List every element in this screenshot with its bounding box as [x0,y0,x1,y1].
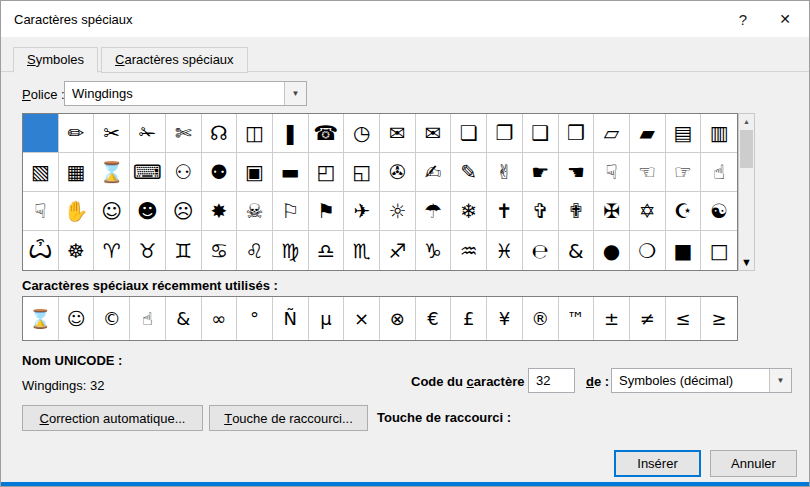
symbol-cell[interactable]: ♌ [237,231,273,270]
symbol-cell[interactable]: ✸ [202,192,238,231]
recent-symbol-cell[interactable]: ™ [559,297,595,340]
recent-symbol-cell[interactable]: ≥ [701,297,737,340]
recent-symbol-cell[interactable]: ≠ [630,297,666,340]
recent-symbol-cell[interactable]: ☺ [59,297,95,340]
symbol-cell[interactable]: ☻ [130,192,166,231]
recent-symbol-cell[interactable]: © [94,297,130,340]
symbol-cell[interactable]: ✈ [344,192,380,231]
recent-symbol-cell[interactable]: € [416,297,452,340]
symbol-cell[interactable]: ☛ [523,153,559,192]
symbol-cell[interactable]: Ѽ [23,231,59,270]
symbol-cell[interactable]: ✞ [523,192,559,231]
shortcut-key-button[interactable]: Touche de raccourci... [209,405,368,431]
recent-symbol-cell[interactable]: Ñ [273,297,309,340]
symbol-cell[interactable]: ◷ [344,114,380,153]
symbol-cell[interactable]: ☟ [23,192,59,231]
scrollbar-thumb[interactable] [740,130,753,168]
symbol-cell[interactable]: ♏ [344,231,380,270]
symbol-cell[interactable] [23,114,59,153]
symbol-cell[interactable]: ▣ [237,153,273,192]
chevron-down-icon[interactable]: ▼ [284,82,306,105]
symbol-cell[interactable]: ▦ [59,153,95,192]
symbol-cell[interactable]: ☪ [666,192,702,231]
symbol-grid-scrollbar[interactable]: ▲ ▼ [738,113,755,271]
help-button[interactable]: ? [723,3,763,35]
symbol-cell[interactable]: ✟ [559,192,595,231]
symbol-cell[interactable]: ▤ [666,114,702,153]
symbol-cell[interactable]: ▰ [630,114,666,153]
symbol-cell[interactable]: ☚ [559,153,595,192]
symbol-cell[interactable]: ◱ [344,153,380,192]
symbol-cell[interactable]: ☼ [380,192,416,231]
symbol-cell[interactable]: ✉ [380,114,416,153]
chevron-down-icon[interactable]: ▼ [769,369,791,392]
symbol-cell[interactable]: ⌨ [130,153,166,192]
symbol-cell[interactable]: ☜ [630,153,666,192]
symbol-cell[interactable]: ♉ [130,231,166,270]
char-code-input[interactable] [528,368,575,393]
recent-symbol-cell[interactable]: ≤ [666,297,702,340]
symbol-cell[interactable]: ℮ [523,231,559,270]
scroll-down-icon[interactable]: ▼ [739,254,754,270]
close-button[interactable]: ✕ [765,3,805,35]
symbol-cell[interactable]: ◫ [237,114,273,153]
recent-symbol-cell[interactable]: ∞ [202,297,238,340]
symbol-cell[interactable]: ✄ [166,114,202,153]
symbol-cell[interactable]: ❑ [523,114,559,153]
symbol-cell[interactable]: ✎ [451,153,487,192]
symbol-cell[interactable]: ⌛ [94,153,130,192]
recent-symbol-cell[interactable]: ± [594,297,630,340]
symbol-cell[interactable]: ♋ [202,231,238,270]
symbol-cell[interactable]: ❚ [273,114,309,153]
recent-symbol-cell[interactable]: ☝ [130,297,166,340]
tab-symbols[interactable]: Symboles [13,47,98,73]
encoding-select[interactable]: Symboles (décimal) ▼ [611,368,792,393]
symbol-cell[interactable]: ✠ [594,192,630,231]
cancel-button[interactable]: Annuler [710,450,797,477]
symbol-cell[interactable]: ⚇ [166,153,202,192]
tab-special-characters[interactable]: Caractères spéciaux [101,47,248,73]
symbol-cell[interactable]: ☝ [701,153,737,192]
symbol-cell[interactable]: ✝ [487,192,523,231]
symbol-cell[interactable]: ✌ [487,153,523,192]
symbol-cell[interactable]: ✍ [416,153,452,192]
symbol-cell[interactable]: ⚉ [202,153,238,192]
recent-symbol-cell[interactable]: ° [237,297,273,340]
recent-symbol-cell[interactable]: ⊗ [380,297,416,340]
symbol-cell[interactable]: ■ [666,231,702,270]
symbol-cell[interactable]: ♑ [416,231,452,270]
symbol-cell[interactable]: ❏ [451,114,487,153]
symbol-cell[interactable]: ✁ [130,114,166,153]
symbol-cell[interactable]: ▥ [701,114,737,153]
symbol-cell[interactable]: ♒ [451,231,487,270]
symbol-cell[interactable]: ♈ [94,231,130,270]
symbol-cell[interactable]: ☯ [701,192,737,231]
scroll-up-icon[interactable]: ▲ [739,114,754,129]
font-select[interactable]: Wingdings ▼ [64,81,307,106]
symbol-cell[interactable]: ♊ [166,231,202,270]
symbol-cell[interactable]: □ [701,231,737,270]
symbol-cell[interactable]: ♍ [273,231,309,270]
symbol-cell[interactable]: ♎ [309,231,345,270]
symbol-cell[interactable]: ✇ [380,153,416,192]
recent-symbol-cell[interactable]: µ [309,297,345,340]
symbol-cell[interactable]: ☠ [237,192,273,231]
symbol-cell[interactable]: ✡ [630,192,666,231]
symbol-cell[interactable]: ❐ [487,114,523,153]
insert-button[interactable]: Insérer [614,450,701,477]
symbol-cell[interactable]: ☟ [594,153,630,192]
symbol-cell[interactable]: ▧ [23,153,59,192]
recent-symbol-cell[interactable]: £ [451,297,487,340]
symbol-cell[interactable]: ☹ [166,192,202,231]
recent-symbol-cell[interactable]: & [166,297,202,340]
symbol-cell[interactable]: ✋ [59,192,95,231]
symbol-cell[interactable]: ✂ [94,114,130,153]
symbol-cell[interactable]: ✉ [416,114,452,153]
symbol-cell[interactable]: ☂ [416,192,452,231]
symbol-cell[interactable]: ❄ [451,192,487,231]
symbol-cell[interactable]: ⚐ [273,192,309,231]
recent-symbol-cell[interactable]: ¥ [487,297,523,340]
recent-symbol-cell[interactable]: ® [523,297,559,340]
symbol-cell[interactable]: ● [594,231,630,270]
symbol-cell[interactable]: ❒ [559,114,595,153]
